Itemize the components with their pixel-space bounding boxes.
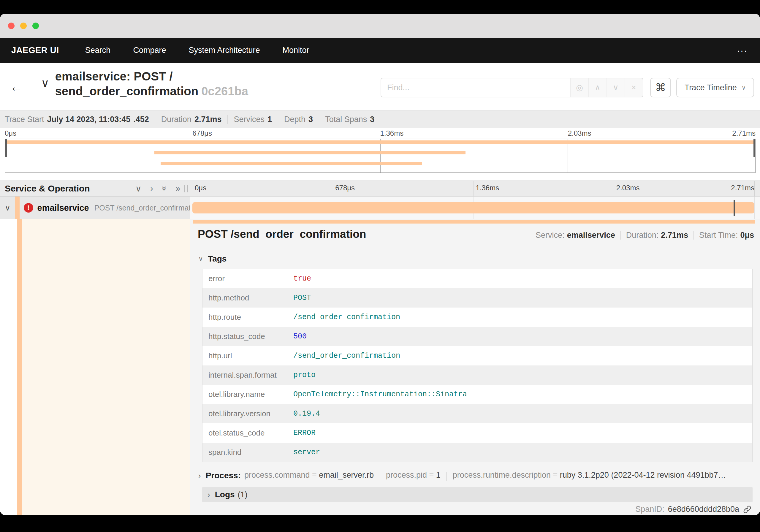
- depth-label: Depth: [284, 115, 306, 124]
- find-prev-button[interactable]: ∧: [589, 78, 606, 97]
- expand-one-icon[interactable]: ›: [151, 184, 153, 193]
- tag-key: internal.span.format: [203, 370, 288, 380]
- trace-start-label: Trace Start: [5, 115, 44, 124]
- process-key: process.command: [244, 470, 310, 479]
- find-clear-button[interactable]: ×: [625, 78, 643, 97]
- nav-overflow-icon[interactable]: ···: [737, 45, 747, 56]
- top-nav: JAEGER UI SearchCompareSystem Architectu…: [0, 38, 760, 63]
- tags-accordion-header[interactable]: ∨ Tags: [198, 254, 226, 264]
- chevron-right-icon: ›: [208, 490, 210, 499]
- tag-value: /send_order_confirmation: [288, 313, 400, 321]
- span-color-stripe: [15, 197, 19, 219]
- column-resizer[interactable]: [184, 185, 188, 192]
- find-group: ◎ ∧ ∨ ×: [381, 78, 643, 97]
- collapse-all-icon[interactable]: ∨: [135, 184, 142, 194]
- keyboard-shortcuts-button[interactable]: ⌘: [650, 78, 671, 97]
- nav-item-search[interactable]: Search: [85, 46, 111, 55]
- process-label: Process:: [206, 471, 241, 480]
- tags-table: errortruehttp.methodPOSThttp.route/send_…: [202, 269, 753, 462]
- process-item: process.pid = 1: [386, 470, 441, 479]
- find-next-button[interactable]: ∨: [606, 78, 625, 97]
- nav-item-compare[interactable]: Compare: [133, 46, 166, 55]
- span-log-marker[interactable]: [734, 200, 735, 216]
- minimap-span-bar: [7, 140, 754, 144]
- tags-header-label: Tags: [208, 254, 226, 264]
- back-arrow-icon: ←: [10, 79, 23, 94]
- span-collapse-icon[interactable]: ∨: [0, 203, 15, 213]
- tag-row: otel.status_codeERROR: [203, 423, 752, 443]
- process-value: email_server.rb: [319, 470, 374, 479]
- tag-key: http.url: [203, 351, 288, 361]
- equals-sign: =: [310, 470, 319, 479]
- trace-header: ← ∨ emailservice: POST / send_order_conf…: [0, 63, 760, 110]
- tick-label: 2.03ms: [614, 184, 640, 192]
- tick-label: 2.03ms: [568, 129, 592, 137]
- divider: [319, 115, 319, 124]
- tag-row: http.route/send_order_confirmation: [203, 308, 752, 327]
- span-detail-region: POST /send_order_confirmation Service: e…: [0, 219, 760, 515]
- find-input[interactable]: [381, 78, 570, 97]
- close-window-button[interactable]: [8, 23, 15, 29]
- zoom-window-button[interactable]: [32, 23, 39, 29]
- tag-row: otel.library.nameOpenTelemetry::Instrume…: [203, 385, 752, 404]
- tag-row: span.kindserver: [203, 443, 752, 462]
- total-spans-label: Total Spans: [325, 115, 367, 124]
- chevron-right-icon: ›: [198, 471, 201, 480]
- minimize-window-button[interactable]: [20, 23, 27, 29]
- trace-start-fraction: .452: [133, 115, 149, 124]
- detail-meta: Service: emailservice Duration: 2.71ms S…: [536, 231, 754, 240]
- minimap-right-handle[interactable]: [753, 139, 755, 157]
- tag-value: POST: [288, 294, 311, 302]
- title-collapse-icon[interactable]: ∨: [41, 76, 49, 99]
- jaeger-logo[interactable]: JAEGER UI: [11, 45, 59, 55]
- tag-key: error: [203, 274, 288, 283]
- tag-value: OpenTelemetry::Instrumentation::Sinatra: [288, 390, 467, 399]
- duration-value: 2.71ms: [194, 115, 222, 124]
- timeline-scale: 0μs678μs1.36ms2.03ms2.71ms: [192, 181, 754, 196]
- process-accordion-header[interactable]: › Process: process.command = email_serve…: [198, 468, 754, 483]
- depth-value: 3: [309, 115, 313, 124]
- span-row-timeline[interactable]: [190, 197, 760, 219]
- duration-label: Duration:: [626, 231, 659, 240]
- nav-item-system-architecture[interactable]: System Architecture: [189, 46, 260, 55]
- tag-key: http.method: [203, 293, 288, 303]
- tag-key: span.kind: [203, 448, 288, 457]
- trace-id: 0c261ba: [201, 85, 248, 98]
- process-item: process.runtime.description = ruby 3.1.2…: [453, 470, 726, 479]
- tag-value: server: [288, 448, 320, 457]
- expand-deep-icon[interactable]: »: [175, 184, 180, 193]
- tag-row: http.status_code500: [203, 327, 752, 346]
- timeline-header-row: Service & Operation ∨ › » » 0μs678μs1.36…: [0, 180, 760, 197]
- process-key: process.pid: [386, 470, 427, 479]
- span-duration-bar[interactable]: [192, 202, 754, 214]
- trace-minimap[interactable]: [5, 139, 756, 173]
- back-button[interactable]: ←: [0, 63, 33, 110]
- macos-titlebar: [0, 14, 760, 38]
- detail-left-highlight: [22, 219, 190, 515]
- process-summary: process.command = email_server.rbprocess…: [244, 470, 726, 481]
- tag-key: otel.status_code: [203, 428, 288, 438]
- minimap-left-handle[interactable]: [5, 139, 7, 157]
- detail-title-row[interactable]: POST /send_order_confirmation Service: e…: [198, 228, 754, 249]
- service-operation-title: Service & Operation: [5, 183, 90, 194]
- process-key: process.runtime.description: [453, 470, 551, 479]
- duration-label: Duration: [161, 115, 191, 124]
- process-item: process.command = email_server.rb: [244, 470, 374, 479]
- tag-value: ERROR: [288, 429, 315, 437]
- tag-row: otel.library.version0.19.4: [203, 404, 752, 423]
- trace-view-selector[interactable]: Trace Timeline ∨: [676, 78, 754, 97]
- collapse-deep-icon[interactable]: »: [160, 186, 169, 191]
- nav-item-monitor[interactable]: Monitor: [283, 46, 309, 55]
- service-label: Service:: [536, 231, 565, 240]
- detail-content: POST /send_order_confirmation Service: e…: [198, 219, 754, 515]
- logs-count: (1): [238, 490, 248, 499]
- duration-value: 2.71ms: [661, 231, 688, 240]
- tag-value: /send_order_confirmation: [288, 352, 400, 360]
- span-id-value: 6e8d660dddd28b0a: [668, 505, 739, 514]
- link-icon[interactable]: [743, 505, 752, 514]
- chevron-up-icon: ∧: [594, 83, 600, 92]
- divider: [380, 472, 380, 481]
- logs-accordion-header[interactable]: › Logs (1): [202, 487, 753, 502]
- span-row-name-column[interactable]: ∨ ! emailservice POST /send_order_confir…: [0, 197, 190, 219]
- find-locate-button[interactable]: ◎: [570, 78, 589, 97]
